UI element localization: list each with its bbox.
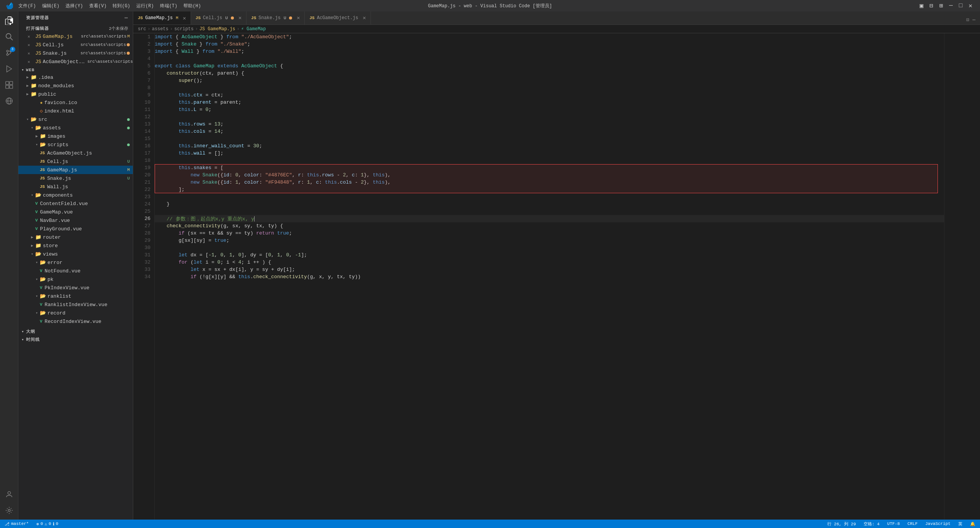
sidebar-item-recordindex[interactable]: V RecordIndexView.vue [18, 317, 133, 326]
code-editor[interactable]: 1234567891011121314151617181920212223242… [133, 33, 980, 520]
tab-ac-close[interactable]: ✕ [361, 15, 368, 21]
sidebar-item-ranklist[interactable]: ▾ 📂 ranklist [18, 292, 133, 300]
source-control-activity-icon[interactable]: 3 [2, 45, 17, 60]
sidebar-item-ranklistindex[interactable]: V RanklistIndexView.vue [18, 300, 133, 309]
sidebar-item-gamemap-vue[interactable]: V GameMap.vue [18, 208, 133, 216]
errors-status[interactable]: ⊗ 0 ⚠ 0 ℹ 0 [35, 521, 60, 526]
sidebar-item-playground[interactable]: V PlayGround.vue [18, 225, 133, 233]
web-section[interactable]: ▾ WEB [18, 66, 133, 73]
maximize-button[interactable]: □ [957, 2, 965, 10]
cursor-position[interactable]: 行 26, 列 29 [826, 521, 858, 527]
search-activity-icon[interactable] [2, 29, 17, 44]
eol-status[interactable]: CRLF [906, 521, 919, 526]
menu-terminal[interactable]: 终端(T) [160, 3, 178, 9]
close-icon3[interactable]: ✕ [28, 51, 34, 56]
tab-gamemap-close[interactable]: ✕ [181, 15, 188, 21]
close-button[interactable]: ✕ [966, 1, 975, 10]
sidebar-item-pkindex[interactable]: V PkIndexView.vue [18, 284, 133, 292]
sidebar-item-contentfield[interactable]: V ContentField.vue [18, 199, 133, 208]
indent-status[interactable]: 空格: 4 [862, 521, 881, 527]
open-editor-file-acgameobject[interactable]: ✕ JS AcGameObject.js src\assets\scripts [18, 57, 133, 66]
code-line-2: import { Snake } from "./Snake"; [155, 41, 944, 48]
tab-snake[interactable]: JS Snake.js U ✕ [247, 11, 305, 24]
sidebar-item-node-modules[interactable]: ▶ 📁 node_modules [18, 81, 133, 90]
breadcrumb-gamemap-class[interactable]: ⚡ GameMap [241, 26, 266, 32]
sidebar-item-public[interactable]: ▶ 📁 public [18, 90, 133, 98]
notification-status[interactable]: 英 [957, 521, 964, 527]
sidebar-item-record[interactable]: ▾ 📂 record [18, 309, 133, 317]
title-bar-menu[interactable]: 文件(F) 编辑(E) 选择(Y) 查看(V) 转到(G) 运行(R) 终端(T… [18, 3, 201, 9]
open-editor-file-snake[interactable]: ✕ JS Snake.js src\assets\scripts [18, 49, 133, 57]
breadcrumb-scripts[interactable]: scripts [174, 26, 193, 32]
breadcrumb-src[interactable]: src [138, 26, 146, 32]
sidebar-item-router[interactable]: ▶ 📁 router [18, 233, 133, 241]
outline-section[interactable]: ▾ 大纲 [18, 327, 133, 335]
menu-view[interactable]: 查看(V) [89, 3, 107, 9]
layout2-icon[interactable]: ⊟ [927, 1, 936, 10]
menu-run[interactable]: 运行(R) [136, 3, 154, 9]
open-editor-file-gamemap[interactable]: ✕ JS GameMap.js src\assets\scripts M [18, 32, 133, 41]
layout3-icon[interactable]: ⊞ [937, 1, 946, 10]
sidebar-item-wall[interactable]: JS Wall.js [18, 183, 133, 191]
tab-cell[interactable]: JS Cell.js U ✕ [191, 11, 247, 24]
tab-cell-close[interactable]: ✕ [237, 15, 243, 21]
tab-gamemap[interactable]: JS GameMap.js M ✕ [133, 11, 191, 24]
code-content[interactable]: import { AcGameObject } from "./AcGameOb… [155, 33, 944, 520]
tab-acgameobject[interactable]: JS AcGameObject.js ✕ [305, 11, 371, 24]
menu-file[interactable]: 文件(F) [18, 3, 36, 9]
close-icon2[interactable]: ✕ [28, 42, 34, 47]
sidebar-item-error[interactable]: ▾ 📂 error [18, 258, 133, 267]
account-activity-icon[interactable] [2, 487, 17, 502]
sidebar-item-pk[interactable]: ▾ 📂 pk [18, 275, 133, 284]
bell-status[interactable]: 🔔 [969, 521, 977, 526]
sidebar-item-store[interactable]: ▶ 📁 store [18, 241, 133, 250]
line-number-16: 16 [133, 142, 150, 150]
sidebar-item-favicon[interactable]: ▶ ★ favicon.ico [18, 98, 133, 107]
code-line-13: this.rows = 13; [155, 121, 944, 128]
scrollbar-track[interactable] [975, 33, 980, 520]
minimize-button[interactable]: ─ [947, 2, 955, 10]
open-editors-label[interactable]: 打开编辑器 [26, 26, 49, 31]
code-line-19: this.snakes = [ [155, 164, 944, 171]
language-status[interactable]: JavaScript [924, 521, 952, 526]
sidebar-item-acgameobject[interactable]: JS AcGameObject.js [18, 149, 133, 157]
menu-help[interactable]: 帮助(H) [183, 3, 201, 9]
open-editor-file-cell[interactable]: ✕ JS Cell.js src\assets\scripts [18, 41, 133, 49]
minimap[interactable] [944, 33, 975, 520]
explorer-activity-icon[interactable] [2, 13, 17, 28]
split-editor-icon[interactable]: ⊡ [965, 15, 971, 24]
sidebar-item-images[interactable]: ▶ 📁 images [18, 132, 133, 140]
sidebar-item-index-html[interactable]: ▶ ◇ index.html [18, 107, 133, 115]
sidebar-item-scripts[interactable]: ▾ 📂 scripts [18, 140, 133, 149]
new-file-icon[interactable]: ⋯ [125, 15, 128, 21]
sidebar-item-views[interactable]: ▾ 📂 views [18, 250, 133, 258]
layout-icon[interactable]: ▣ [917, 1, 926, 10]
timeline-section[interactable]: ▾ 时间线 [18, 335, 133, 343]
close-icon[interactable]: ✕ [28, 34, 34, 39]
sidebar-scroll[interactable]: 打开编辑器 2个未保存 ✕ JS GameMap.js src\assets\s… [18, 23, 133, 520]
menu-select[interactable]: 选择(Y) [65, 3, 83, 9]
encoding-status[interactable]: UTF-8 [886, 521, 902, 526]
settings-activity-icon[interactable] [2, 503, 17, 518]
sidebar-item-notfound[interactable]: V NotFound.vue [18, 267, 133, 275]
breadcrumb-assets[interactable]: assets [152, 26, 168, 32]
svg-rect-7 [5, 81, 8, 85]
breadcrumb-gamemap-file[interactable]: JS GameMap.js [199, 26, 235, 32]
sidebar-item-gamemap[interactable]: JS GameMap.js M [18, 166, 133, 174]
run-activity-icon[interactable] [2, 61, 17, 77]
menu-edit[interactable]: 编辑(E) [42, 3, 60, 9]
sidebar-item-assets[interactable]: ▾ 📂 assets [18, 124, 133, 132]
sidebar-item-navbar[interactable]: V NavBar.vue [18, 216, 133, 225]
extensions-activity-icon[interactable] [2, 77, 17, 93]
sidebar-item-cell[interactable]: JS Cell.js U [18, 157, 133, 166]
remote-activity-icon[interactable] [2, 93, 17, 109]
close-icon4[interactable]: ✕ [28, 59, 34, 64]
tab-snake-close[interactable]: ✕ [295, 15, 301, 21]
sidebar-item-src[interactable]: ▾ 📂 src [18, 115, 133, 124]
more-actions-icon[interactable]: ⋯ [971, 15, 977, 24]
branch-status[interactable]: ⎇ master* [3, 521, 30, 526]
sidebar-item-components[interactable]: ▾ 📂 components [18, 191, 133, 199]
sidebar-item-snake[interactable]: JS Snake.js U [18, 174, 133, 183]
sidebar-item-idea[interactable]: ▶ 📁 .idea [18, 73, 133, 81]
menu-goto[interactable]: 转到(G) [113, 3, 130, 9]
